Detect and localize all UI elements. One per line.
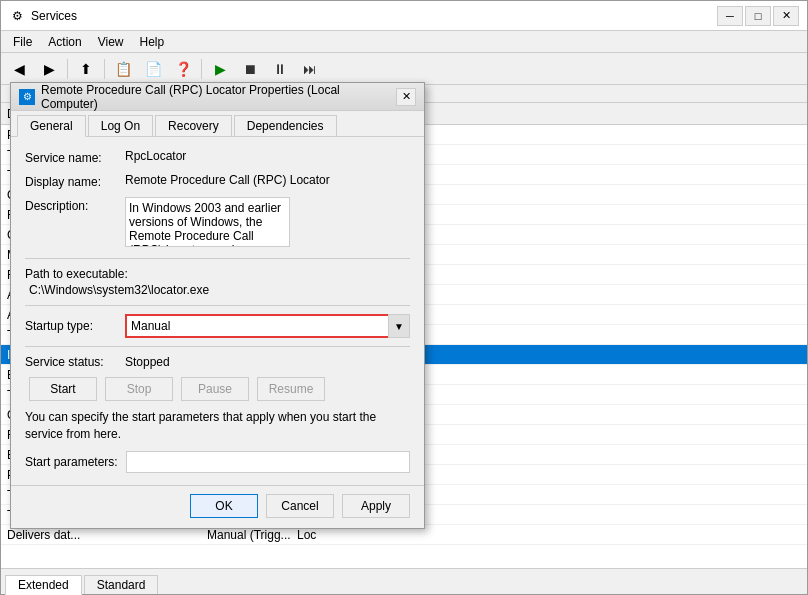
title-bar-controls: ─ □ ✕ — [717, 6, 799, 26]
toolbar-properties[interactable]: 📄 — [139, 56, 167, 82]
toolbar-up[interactable]: ⬆ — [72, 56, 100, 82]
dialog-title-bar: ⚙ Remote Procedure Call (RPC) Locator Pr… — [11, 83, 424, 111]
tab-standard[interactable]: Standard — [84, 575, 159, 594]
toolbar-show-hide[interactable]: 📋 — [109, 56, 137, 82]
description-wrapper — [125, 197, 410, 250]
start-params-input[interactable] — [126, 451, 410, 473]
start-params-label: Start parameters: — [25, 455, 118, 469]
service-status-value: Stopped — [125, 355, 170, 369]
ok-button[interactable]: OK — [190, 494, 258, 518]
start-params-row: Start parameters: — [25, 451, 410, 473]
toolbar-restart[interactable]: ⏭ — [296, 56, 324, 82]
startup-select-wrapper: Automatic Automatic (Delayed Start) Manu… — [125, 314, 410, 338]
tab-dependencies[interactable]: Dependencies — [234, 115, 337, 136]
pause-service-button[interactable]: Pause — [181, 377, 249, 401]
display-name-label: Display name: — [25, 173, 125, 189]
menu-view[interactable]: View — [90, 33, 132, 51]
startup-type-select[interactable]: Automatic Automatic (Delayed Start) Manu… — [125, 314, 410, 338]
toolbar-stop[interactable]: ⏹ — [236, 56, 264, 82]
service-buttons: Start Stop Pause Resume — [25, 377, 410, 401]
dialog-tabs: General Log On Recovery Dependencies — [11, 111, 424, 137]
path-row: Path to executable: C:\Windows\system32\… — [25, 267, 410, 297]
service-name-value: RpcLocator — [125, 149, 410, 163]
maximize-button[interactable]: □ — [745, 6, 771, 26]
toolbar-sep-1 — [67, 59, 68, 79]
properties-dialog: ⚙ Remote Procedure Call (RPC) Locator Pr… — [10, 82, 425, 529]
toolbar-back[interactable]: ◀ — [5, 56, 33, 82]
tab-general[interactable]: General — [17, 115, 86, 137]
display-name-value: Remote Procedure Call (RPC) Locator — [125, 173, 410, 187]
toolbar-forward[interactable]: ▶ — [35, 56, 63, 82]
toolbar-pause[interactable]: ⏸ — [266, 56, 294, 82]
toolbar: ◀ ▶ ⬆ 📋 📄 ❓ ▶ ⏹ ⏸ ⏭ — [1, 53, 807, 85]
toolbar-sep-3 — [201, 59, 202, 79]
service-name-row: Service name: RpcLocator — [25, 149, 410, 165]
separator-3 — [25, 346, 410, 347]
minimize-button[interactable]: ─ — [717, 6, 743, 26]
path-value: C:\Windows\system32\locator.exe — [25, 283, 410, 297]
window-title: Services — [31, 9, 717, 23]
separator-1 — [25, 258, 410, 259]
service-name-label: Service name: — [25, 149, 125, 165]
service-status-row: Service status: Stopped — [25, 355, 410, 369]
dialog-close-button[interactable]: ✕ — [396, 88, 416, 106]
display-name-row: Display name: Remote Procedure Call (RPC… — [25, 173, 410, 189]
title-bar: ⚙ Services ─ □ ✕ — [1, 1, 807, 31]
toolbar-start[interactable]: ▶ — [206, 56, 234, 82]
toolbar-sep-2 — [104, 59, 105, 79]
menu-bar: File Action View Help — [1, 31, 807, 53]
startup-type-row: Startup type: Automatic Automatic (Delay… — [25, 314, 410, 338]
path-label: Path to executable: — [25, 267, 410, 281]
apply-button[interactable]: Apply — [342, 494, 410, 518]
tab-recovery[interactable]: Recovery — [155, 115, 232, 136]
window-icon: ⚙ — [9, 8, 25, 24]
menu-action[interactable]: Action — [40, 33, 89, 51]
bottom-tabs: Extended Standard — [1, 568, 807, 594]
help-text: You can specify the start parameters tha… — [25, 409, 410, 443]
resume-service-button[interactable]: Resume — [257, 377, 325, 401]
description-textarea[interactable] — [125, 197, 290, 247]
tab-extended[interactable]: Extended — [5, 575, 82, 595]
menu-help[interactable]: Help — [132, 33, 173, 51]
dialog-footer: OK Cancel Apply — [11, 485, 424, 528]
toolbar-help[interactable]: ❓ — [169, 56, 197, 82]
startup-type-label: Startup type: — [25, 319, 125, 333]
tab-logon[interactable]: Log On — [88, 115, 153, 136]
close-button[interactable]: ✕ — [773, 6, 799, 26]
service-status-label: Service status: — [25, 355, 125, 369]
menu-file[interactable]: File — [5, 33, 40, 51]
dialog-icon: ⚙ — [19, 89, 35, 105]
separator-2 — [25, 305, 410, 306]
description-label: Description: — [25, 197, 125, 213]
dialog-body: Service name: RpcLocator Display name: R… — [11, 137, 424, 485]
cancel-button[interactable]: Cancel — [266, 494, 334, 518]
stop-service-button[interactable]: Stop — [105, 377, 173, 401]
description-row: Description: — [25, 197, 410, 250]
dialog-title-text: Remote Procedure Call (RPC) Locator Prop… — [41, 83, 396, 111]
start-service-button[interactable]: Start — [29, 377, 97, 401]
